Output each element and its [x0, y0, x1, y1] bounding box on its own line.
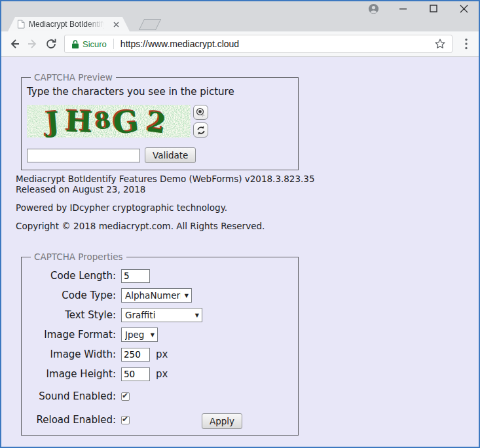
secure-lock-icon [71, 39, 79, 49]
title-bar [1, 1, 479, 16]
tab-close-icon[interactable] [111, 20, 120, 29]
image-width-unit: px [156, 348, 168, 360]
svg-text:2: 2 [145, 105, 168, 138]
forward-button[interactable] [24, 35, 42, 53]
apply-button[interactable]: Apply [202, 413, 242, 429]
code-type-label: Code Type: [27, 289, 121, 301]
image-height-input[interactable] [121, 367, 150, 381]
text-style-select[interactable]: Graffiti ▼ [121, 308, 202, 322]
image-format-label: Image Format: [27, 329, 121, 341]
minimize-button[interactable] [388, 1, 418, 16]
image-height-label: Image Height: [27, 368, 121, 380]
profile-icon-glyph [368, 3, 379, 14]
close-button[interactable] [449, 1, 479, 16]
captcha-reload-button[interactable] [193, 122, 208, 138]
code-type-value: AlphaNumeric [125, 290, 181, 301]
maximize-button[interactable] [418, 1, 449, 16]
reload-enabled-label: Reload Enabled: [27, 414, 121, 426]
chevron-down-icon: ▼ [185, 293, 189, 299]
secure-label: Sicuro [83, 39, 107, 49]
browser-menu-button[interactable] [458, 35, 475, 53]
three-dots-icon [465, 38, 468, 50]
minimize-icon [399, 5, 407, 12]
navigation-toolbar: Sicuro https://www.mediacrypt.cloud [1, 31, 479, 57]
speaker-icon [196, 107, 206, 117]
reload-enabled-row: Reload Enabled: [27, 413, 293, 427]
bookmark-star-icon[interactable] [432, 36, 448, 52]
reload-icon [45, 37, 58, 50]
image-height-row: Image Height: px [27, 367, 293, 381]
reload-enabled-checkbox[interactable] [121, 416, 130, 424]
tab-title: Mediacrypt BotIdentify Fe [29, 20, 107, 29]
captcha-image: J H 8 G 2 J H 8 G 2 [27, 105, 191, 138]
release-line: Released on August 23, 2018 [16, 184, 315, 195]
text-style-value: Graffiti [125, 310, 191, 320]
sound-enabled-row: Sound Enabled: [27, 389, 293, 403]
image-width-row: Image Width: px [27, 347, 293, 362]
captcha-properties-fieldset: CAPTCHA Properties Code Length: Code Typ… [21, 252, 299, 436]
code-length-input[interactable] [121, 269, 150, 283]
url-divider [113, 39, 114, 49]
info-block: Mediacrypt BotIdentify Features Demo (We… [16, 174, 315, 231]
svg-text:G: G [111, 105, 141, 138]
captcha-preview-legend: CAPTCHA Preview [31, 72, 116, 83]
version-line: Mediacrypt BotIdentify Features Demo (We… [16, 174, 315, 184]
star-outline-icon [434, 38, 446, 50]
chevron-down-icon: ▼ [151, 332, 155, 338]
new-tab-button[interactable] [139, 19, 161, 30]
code-type-row: Code Type: AlphaNumeric ▼ [27, 288, 293, 303]
captcha-answer-input[interactable] [27, 149, 140, 162]
page-favicon-icon [17, 20, 25, 29]
close-icon [460, 5, 468, 13]
captcha-sound-button[interactable] [193, 105, 208, 120]
code-type-select[interactable]: AlphaNumeric ▼ [121, 288, 192, 303]
sound-enabled-label: Sound Enabled: [27, 390, 121, 402]
back-button[interactable] [5, 35, 24, 53]
url-text[interactable]: https://www.mediacrypt.cloud [120, 39, 432, 49]
code-length-row: Code Length: [27, 269, 293, 283]
text-style-row: Text Style: Graffiti ▼ [27, 308, 293, 322]
tab-strip: Mediacrypt BotIdentify Fe [1, 16, 479, 31]
image-width-input[interactable] [121, 348, 150, 362]
text-style-label: Text Style: [27, 309, 121, 321]
captcha-properties-legend: CAPTCHA Properties [31, 252, 126, 262]
browser-window: Mediacrypt BotIdentify Fe [0, 0, 480, 448]
validate-button[interactable]: Validate [145, 147, 196, 163]
image-width-label: Image Width: [27, 348, 121, 360]
page-content: CAPTCHA Preview Type the characters you … [1, 57, 479, 447]
back-arrow-icon [8, 37, 21, 50]
reload-button[interactable] [42, 35, 60, 53]
chevron-down-icon: ▼ [195, 312, 199, 318]
image-height-unit: px [156, 368, 168, 380]
address-bar[interactable]: Sicuro https://www.mediacrypt.cloud [64, 35, 452, 53]
code-length-label: Code Length: [27, 270, 121, 282]
svg-text:H: H [65, 105, 93, 138]
refresh-icon [196, 125, 206, 136]
tab-close-x-icon [113, 22, 119, 28]
captcha-preview-fieldset: CAPTCHA Preview Type the characters you … [21, 72, 299, 170]
sound-enabled-checkbox[interactable] [121, 392, 130, 401]
image-format-select[interactable]: Jpeg ▼ [121, 327, 158, 342]
copyright-line: Copyright © 2018 mediacrypt.com. All Rig… [16, 221, 315, 231]
browser-tab[interactable]: Mediacrypt BotIdentify Fe [8, 17, 130, 31]
forward-arrow-icon [26, 37, 39, 50]
profile-icon[interactable] [358, 1, 388, 16]
image-format-row: Image Format: Jpeg ▼ [27, 327, 293, 342]
captcha-instruction: Type the characters you see in the pictu… [27, 86, 293, 98]
image-format-value: Jpeg [125, 329, 147, 340]
maximize-icon [430, 5, 437, 12]
powered-line: Powered by IDcypher cryptographic techno… [16, 202, 315, 213]
